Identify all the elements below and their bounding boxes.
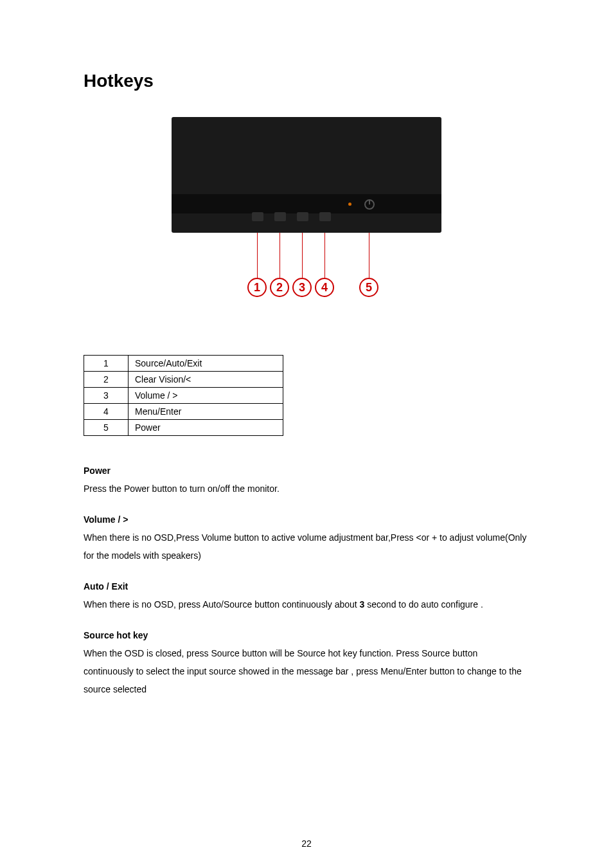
page-title: Hotkeys	[84, 71, 529, 91]
power-button-icon	[364, 199, 375, 210]
hotkeys-figure: 1 2 3 4 5	[84, 117, 529, 303]
callout-number-5: 5	[359, 278, 378, 297]
section-body: When there is no OSD,Press Volume button…	[84, 529, 529, 565]
hotkey-label: Menu/Enter	[129, 404, 283, 420]
section-body: When there is no OSD, press Auto/Source …	[84, 595, 529, 613]
section-source-hotkey: Source hot key When the OSD is closed, p…	[84, 626, 529, 698]
section-heading: Power	[84, 462, 529, 480]
callout-line-4	[324, 233, 325, 278]
monitor-bezel-illustration	[172, 117, 441, 233]
hotkeys-table: 1 Source/Auto/Exit 2 Clear Vision/< 3 Vo…	[84, 355, 283, 436]
callout-number-4: 4	[315, 278, 334, 297]
button-strip	[172, 208, 441, 221]
callout-number-1: 1	[247, 278, 267, 297]
table-row: 1 Source/Auto/Exit	[84, 356, 283, 372]
hotkey-label: Volume / >	[129, 388, 283, 404]
section-heading: Auto / Exit	[84, 577, 529, 595]
callout-number-2: 2	[270, 278, 289, 297]
table-row: 2 Clear Vision/<	[84, 372, 283, 388]
hotkey-number: 2	[84, 372, 129, 388]
section-heading: Volume / >	[84, 511, 529, 529]
callout-line-5	[369, 233, 369, 278]
section-heading: Source hot key	[84, 626, 529, 644]
section-body: When the OSD is closed, press Source but…	[84, 644, 529, 698]
section-body-post: second to do auto configure .	[364, 599, 483, 610]
callout-line-2	[280, 233, 280, 278]
table-row: 5 Power	[84, 420, 283, 436]
callout-number-3: 3	[292, 278, 312, 297]
callout-line-3	[302, 233, 303, 278]
hotkey-number: 4	[84, 404, 129, 420]
callout-lines: 1 2 3 4 5	[172, 233, 441, 303]
callout-line-1	[257, 233, 258, 278]
section-power: Power Press the Power button to turn on/…	[84, 462, 529, 498]
hotkey-label: Power	[129, 420, 283, 436]
hotkey-label: Clear Vision/<	[129, 372, 283, 388]
section-body-pre: When there is no OSD, press Auto/Source …	[84, 599, 360, 610]
hotkey-button-2-icon	[274, 212, 286, 221]
hotkey-number: 5	[84, 420, 129, 436]
section-auto-exit: Auto / Exit When there is no OSD, press …	[84, 577, 529, 613]
power-led-icon	[348, 203, 351, 206]
section-volume: Volume / > When there is no OSD,Press Vo…	[84, 511, 529, 565]
hotkey-number: 1	[84, 356, 129, 372]
page-number: 22	[0, 838, 613, 849]
table-row: 3 Volume / >	[84, 388, 283, 404]
page: Hotkeys 1 2 3 4 5 1	[0, 0, 613, 868]
hotkey-button-1-icon	[252, 212, 263, 221]
hotkey-button-3-icon	[297, 212, 308, 221]
section-body: Press the Power button to turn on/off th…	[84, 480, 529, 498]
hotkey-number: 3	[84, 388, 129, 404]
table-row: 4 Menu/Enter	[84, 404, 283, 420]
hotkey-label: Source/Auto/Exit	[129, 356, 283, 372]
hotkey-button-4-icon	[319, 212, 331, 221]
